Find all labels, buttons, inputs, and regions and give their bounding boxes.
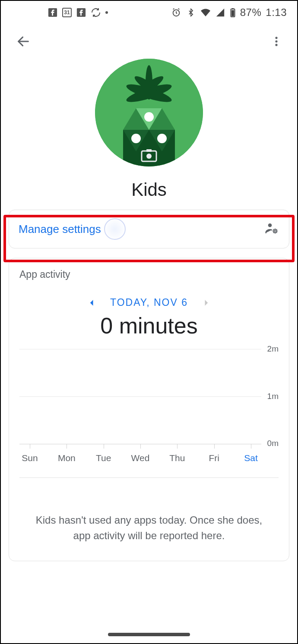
svg-point-8 [275,40,277,42]
gesture-nav-handle[interactable] [108,633,190,636]
svg-point-7 [275,37,277,39]
date-label[interactable]: TODAY, NOV 6 [110,297,188,308]
app-header [1,24,297,59]
battery-icon [230,7,236,18]
cell-signal-icon [215,7,225,18]
y-tick: 0m [267,439,279,448]
x-tick[interactable]: Tue [93,453,114,465]
svg-line-35 [276,232,277,232]
x-tick-active[interactable]: Sat [241,453,261,465]
facebook-icon [48,7,58,18]
svg-point-28 [268,223,272,227]
svg-point-23 [131,134,141,143]
rotation-lock-icon [91,7,101,18]
svg-point-29 [274,230,276,232]
empty-state-message: Kids hasn't used any apps today. Once sh… [9,478,289,543]
calendar-icon: 31 [62,8,72,17]
x-tick[interactable]: Sun [19,453,40,465]
svg-line-34 [273,229,274,229]
touch-ripple-icon [104,218,126,240]
x-axis: Sun Mon Tue Wed Thu Fri Sat [19,444,261,465]
x-tick[interactable]: Thu [167,453,187,465]
svg-rect-5 [231,10,234,16]
next-day-button [202,298,210,307]
svg-point-22 [144,112,154,122]
profile-section: Kids [1,59,297,200]
svg-point-24 [157,134,167,143]
activity-chart: 2m 1m 0m Sun Mon Tue Wed Thu Fri Sat [19,349,279,465]
bluetooth-icon [186,7,196,18]
back-button[interactable] [13,31,34,52]
status-bar: 31 87% 1:13 [1,1,297,24]
svg-rect-4 [232,8,234,9]
svg-line-36 [276,229,277,229]
x-tick[interactable]: Wed [130,453,151,465]
svg-line-37 [273,232,274,232]
svg-point-27 [146,154,152,159]
app-activity-card: App activity TODAY, NOV 6 0 minutes 2m 1… [9,258,289,561]
profile-name: Kids [131,179,167,200]
total-usage: 0 minutes [9,313,289,339]
x-tick[interactable]: Mon [56,453,77,465]
previous-day-button[interactable] [88,298,96,307]
manage-settings-link[interactable]: Manage settings [19,223,101,236]
clock-text: 1:13 [266,6,287,19]
svg-point-9 [275,44,277,46]
card-title: App activity [9,269,289,280]
person-settings-icon [265,221,279,237]
facebook-icon [76,7,86,18]
manage-settings-row[interactable]: Manage settings [9,210,289,248]
avatar[interactable] [95,59,203,166]
y-tick: 1m [267,392,279,401]
notification-overflow-dot-icon [105,11,108,14]
y-tick: 2m [267,344,279,354]
x-tick[interactable]: Fri [204,453,225,465]
wifi-icon [200,7,211,18]
manage-settings-card: Manage settings [9,210,289,248]
battery-percent: 87% [240,6,262,19]
overflow-menu-button[interactable] [266,31,287,52]
date-navigator: TODAY, NOV 6 [9,297,289,308]
alarm-icon [171,7,181,18]
svg-rect-26 [146,149,152,152]
